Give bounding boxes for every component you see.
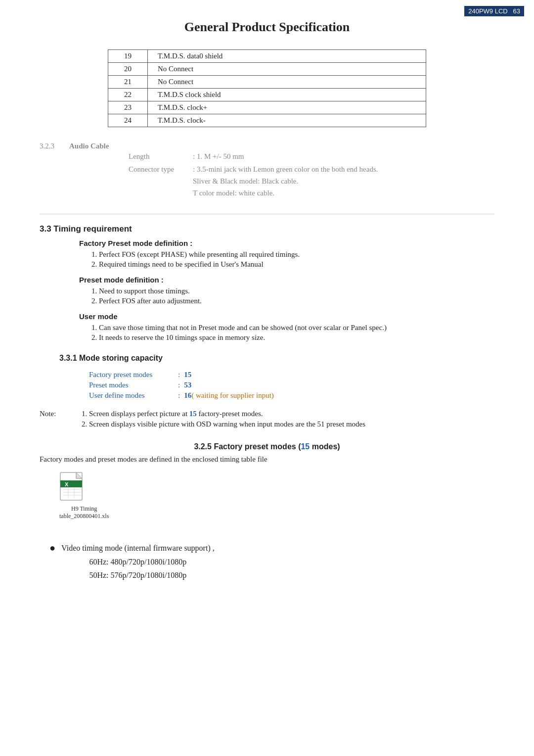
connector-pin: 20 bbox=[108, 63, 148, 76]
mode-row: Factory preset modes: 15 bbox=[89, 371, 494, 379]
mode-row: Preset modes: 53 bbox=[89, 381, 494, 389]
section-323-content: Length : 1. M +/- 50 mm Connector type :… bbox=[129, 150, 378, 199]
mode-colon: : bbox=[178, 371, 180, 379]
length-label: Length bbox=[129, 150, 193, 162]
connector-signal: T.M.D.S clock shield bbox=[148, 89, 426, 101]
note-label: Note: bbox=[40, 410, 79, 430]
section-33: 3.3 Timing requirement Factory Preset mo… bbox=[40, 224, 494, 342]
connector-value-line2: Sliver & Black model: Black cable. bbox=[193, 175, 378, 187]
connector-table: 19T.M.D.S. data0 shield20No Connect21No … bbox=[108, 49, 426, 127]
connector-signal: T.M.D.S. data0 shield bbox=[148, 50, 426, 63]
mode-value: 53 bbox=[184, 381, 191, 389]
mode-label: Preset modes bbox=[89, 381, 178, 389]
note-highlight-1: 15 bbox=[189, 410, 197, 418]
mode-value: 16 bbox=[184, 391, 191, 400]
connector-pin: 24 bbox=[108, 114, 148, 127]
mode-value: 15 bbox=[184, 371, 191, 379]
badge-text: 240PW9 LCD bbox=[468, 7, 507, 15]
connector-row: Connector type : 3.5-mini jack with Lemo… bbox=[129, 163, 378, 199]
connector-pin: 22 bbox=[108, 89, 148, 101]
factory-preset-list: Perfect FOS (except PHASE) while present… bbox=[99, 250, 494, 269]
mode-colon: : bbox=[178, 391, 180, 400]
section-33-title: 3.3 Timing requirement bbox=[40, 224, 494, 234]
section-325-count: 15 bbox=[301, 442, 310, 451]
length-value: : 1. M +/- 50 mm bbox=[193, 150, 244, 162]
user-mode-list: Can save those timing that not in Preset… bbox=[99, 324, 494, 342]
section-331-title: 3.3.1 Mode storing capacity bbox=[59, 354, 494, 363]
length-row: Length : 1. M +/- 50 mm bbox=[129, 150, 378, 162]
bullet-dot: ● bbox=[49, 541, 55, 555]
mode-table: Factory preset modes: 15Preset modes: 53… bbox=[89, 371, 494, 400]
page-title: General Product Specification bbox=[40, 20, 494, 35]
mode-colon: : bbox=[178, 381, 180, 389]
preset-mode-item: Need to support those timings. bbox=[99, 287, 494, 295]
section-323-title: Audio Cable bbox=[69, 142, 378, 150]
section-323: 3.2.3 Audio Cable Length : 1. M +/- 50 m… bbox=[40, 142, 494, 200]
page-number: 63 bbox=[513, 7, 520, 15]
note-list: Screen displays perfect picture at 15 fa… bbox=[89, 410, 494, 428]
preset-mode-title: Preset mode definition : bbox=[79, 276, 494, 284]
connector-value-line1: : 3.5-mini jack with Lemon green color o… bbox=[193, 163, 378, 175]
excel-file-icon: X bbox=[59, 472, 85, 501]
factory-preset-item: Perfect FOS (except PHASE) while present… bbox=[99, 250, 494, 259]
preset-mode-list: Need to support those timings.Perfect FO… bbox=[99, 287, 494, 305]
mode-row: User define modes: 16 ( waiting for supp… bbox=[89, 391, 494, 400]
file-icon-area: X H9 Timingtable_200800401.xls bbox=[59, 472, 109, 520]
connector-label: Connector type bbox=[129, 163, 193, 199]
preset-mode-item: Perfect FOS after auto adjustment. bbox=[99, 297, 494, 305]
user-mode-item: It needs to reserve the 10 timings space… bbox=[99, 333, 494, 342]
connector-pin: 19 bbox=[108, 50, 148, 63]
section-325-desc: Factory modes and preset modes are defin… bbox=[40, 455, 494, 464]
note-item-2: Screen displays visible picture with OSD… bbox=[89, 420, 494, 428]
svg-text:X: X bbox=[65, 481, 69, 487]
svg-rect-4 bbox=[60, 480, 82, 487]
header-badge: 240PW9 LCD 63 bbox=[464, 6, 524, 16]
connector-signal: No Connect bbox=[148, 76, 426, 89]
bullet-line-3: 50Hz: 576p/720p/1080i/1080p bbox=[61, 569, 215, 582]
section-325: 3.2.5 Factory preset modes (15 modes) Fa… bbox=[40, 442, 494, 530]
section-325-title: 3.2.5 Factory preset modes (15 modes) bbox=[40, 442, 494, 451]
mode-label: User define modes bbox=[89, 391, 178, 400]
bullet-line-1: Video timing mode (internal firmware sup… bbox=[61, 542, 215, 555]
factory-preset-mode-title: Factory Preset mode definition : bbox=[79, 239, 494, 247]
note-items: Screen displays perfect picture at 15 fa… bbox=[79, 410, 494, 430]
note-item-1: Screen displays perfect picture at 15 fa… bbox=[89, 410, 494, 418]
connector-signal: T.M.D.S. clock- bbox=[148, 114, 426, 127]
mode-label: Factory preset modes bbox=[89, 371, 178, 379]
note-section: Note: Screen displays perfect picture at… bbox=[40, 410, 494, 430]
mode-extra: ( waiting for supplier input) bbox=[191, 391, 274, 400]
connector-value-line3: T color model: white cable. bbox=[193, 187, 378, 199]
factory-preset-item: Required timings need to be specified in… bbox=[99, 260, 494, 269]
bullet-content: Video timing mode (internal firmware sup… bbox=[61, 542, 215, 582]
section-323-number: 3.2.3 bbox=[40, 142, 54, 150]
connector-pin: 23 bbox=[108, 101, 148, 114]
bullet-section: ● Video timing mode (internal firmware s… bbox=[40, 542, 494, 582]
user-mode-title: User mode bbox=[79, 312, 494, 321]
bullet-line-2: 60Hz: 480p/720p/1080i/1080p bbox=[61, 556, 215, 568]
file-name: H9 Timingtable_200800401.xls bbox=[59, 505, 109, 520]
connector-signal: No Connect bbox=[148, 63, 426, 76]
connector-pin: 21 bbox=[108, 76, 148, 89]
connector-signal: T.M.D.S. clock+ bbox=[148, 101, 426, 114]
bullet-item-1: ● Video timing mode (internal firmware s… bbox=[49, 542, 494, 582]
connector-value-block: : 3.5-mini jack with Lemon green color o… bbox=[193, 163, 378, 199]
user-mode-item: Can save those timing that not in Preset… bbox=[99, 324, 494, 332]
section-331: 3.3.1 Mode storing capacity Factory pres… bbox=[59, 354, 494, 400]
